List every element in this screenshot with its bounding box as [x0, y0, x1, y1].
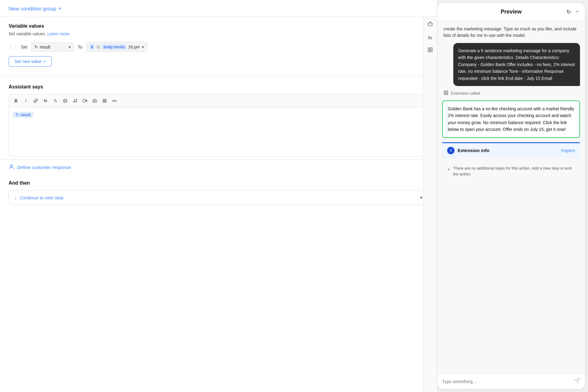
svg-marker-4 [85, 100, 87, 102]
variable-values-title: Variable values [9, 23, 428, 29]
new-condition-group-button[interactable]: New condition group + [9, 6, 428, 12]
preview-title: Preview [501, 9, 522, 15]
bold-button[interactable]: B [12, 97, 20, 105]
variable-chevron-icon: ▾ [69, 45, 71, 49]
value-badge: body.results [102, 44, 127, 50]
extension-called-label: Extension called [451, 91, 480, 96]
continue-chevron-icon: ▾ [420, 195, 423, 200]
extension-called-icon [443, 90, 448, 96]
italic-button[interactable]: I [22, 97, 30, 105]
preview-body: create the marketing message. Type as mu… [437, 21, 585, 374]
variable-name: result [40, 45, 50, 49]
svg-point-1 [64, 100, 65, 100]
value-badge-num: 2 [89, 44, 95, 50]
svg-rect-10 [103, 101, 104, 102]
user-message-bubble: Generate a 5 sentence marketing message … [453, 43, 580, 86]
variable-values-subtitle: Set variable values. Learn more. [9, 31, 428, 36]
svg-rect-8 [105, 99, 106, 100]
define-response-label: Define customer response [17, 165, 71, 170]
preview-header: Preview ↻ − [437, 3, 585, 21]
music-button[interactable] [71, 97, 79, 105]
preview-input-row [437, 374, 585, 389]
set-new-value-button[interactable]: Set new value + [9, 56, 52, 67]
intro-text: create the marketing message. Type as mu… [442, 26, 580, 39]
grid-icon: ⊡ [97, 45, 100, 49]
person-icon [9, 164, 14, 171]
layout-button[interactable] [101, 97, 109, 105]
grid-side-icon[interactable] [427, 47, 433, 54]
value-select-dropdown[interactable]: 2 ⊡ body.results [0].ger ▾ [86, 42, 147, 52]
variable-button[interactable]: Tₜ [51, 97, 59, 105]
arrow-down-icon: ↓ [14, 195, 17, 200]
and-then-section: And then ↓ Continue to next step ▾ [0, 175, 437, 208]
chip-tt-icon: Tₜ [16, 112, 19, 117]
continue-label: Continue to next step [20, 195, 64, 200]
editor-body[interactable]: Tₜ result ⊿ [9, 107, 428, 156]
preview-actions: ↻ − [566, 9, 579, 15]
set-new-value-label: Set new value [14, 59, 42, 64]
editor-toolbar: B I fx Tₜ [9, 94, 428, 107]
link-button[interactable] [32, 97, 40, 105]
extension-called-row: Extension called [442, 90, 580, 96]
svg-rect-19 [444, 93, 446, 95]
svg-point-3 [76, 101, 77, 102]
video-button[interactable] [81, 97, 89, 105]
inspect-link[interactable]: Inspect [561, 148, 575, 153]
continue-left: ↓ Continue to next step [14, 195, 63, 200]
diamond-icon: ⬧ [447, 166, 450, 173]
define-response-left: Define customer response [9, 164, 71, 171]
svg-rect-18 [446, 93, 448, 95]
svg-rect-12 [428, 48, 430, 49]
svg-rect-5 [83, 100, 86, 102]
info-circle-icon: i [447, 147, 455, 154]
variable-values-section: Variable values Set variable values. Lea… [0, 17, 437, 70]
main-content: Variable values Set variable values. Lea… [0, 17, 437, 392]
side-icons-panel: fx [423, 17, 437, 392]
svg-rect-15 [428, 50, 430, 52]
svg-rect-14 [431, 50, 432, 52]
new-condition-plus-icon: + [58, 6, 62, 12]
svg-rect-13 [431, 48, 432, 49]
preview-panel: Preview ↻ − create the marketing message… [437, 3, 585, 389]
camera-button[interactable] [91, 97, 99, 105]
left-panel: New condition group + Variable values Se… [0, 0, 437, 392]
svg-point-6 [94, 100, 96, 102]
tt-icon: Tₜ [34, 45, 38, 49]
define-customer-response-row[interactable]: Define customer response ▾ [0, 159, 437, 175]
extension-info-left: i Extension info [447, 147, 489, 154]
to-label: To [78, 45, 82, 49]
code-button[interactable]: </> [110, 97, 118, 105]
value-suffix: [0].ger [129, 45, 140, 49]
svg-rect-7 [103, 99, 104, 100]
chip-label: result [21, 112, 30, 117]
fx-button[interactable]: fx [42, 97, 50, 105]
set-variable-text: Set variable values. [9, 31, 46, 36]
variable-select-dropdown[interactable]: Tₜ result ▾ [31, 42, 74, 52]
preview-input[interactable] [442, 379, 571, 384]
svg-point-2 [74, 101, 75, 103]
set-row: ⋮⋮ Set Tₜ result ▾ To 2 ⊡ body.results [… [9, 42, 428, 52]
image-button[interactable] [61, 97, 69, 105]
and-then-title: And then [9, 180, 428, 186]
svg-rect-17 [446, 91, 448, 92]
send-button[interactable] [574, 378, 580, 385]
set-new-value-plus-icon: + [43, 59, 46, 64]
bug-icon[interactable] [427, 22, 433, 29]
refresh-button[interactable]: ↻ [566, 9, 571, 15]
extension-info-bar: i Extension info Inspect [442, 142, 580, 158]
no-steps-text: There are no additional steps for this a… [453, 165, 575, 177]
continue-to-next-step-button[interactable]: ↓ Continue to next step ▾ [9, 190, 428, 205]
assistant-says-title: Assistant says [9, 84, 428, 90]
drag-handle-icon[interactable]: ⋮⋮ [9, 45, 17, 49]
minimize-button[interactable]: − [575, 9, 579, 15]
value-chevron-icon: ▾ [142, 45, 144, 49]
learn-more-link[interactable]: Learn more. [47, 31, 70, 36]
set-label: Set [21, 45, 27, 49]
top-bar: New condition group + [0, 0, 437, 17]
result-variable-chip: Tₜ result [13, 112, 33, 118]
new-condition-group-label: New condition group [9, 6, 56, 12]
fx-side-icon[interactable]: fx [428, 35, 432, 40]
divider-1 [0, 75, 437, 76]
svg-rect-9 [105, 101, 106, 102]
svg-point-11 [10, 165, 12, 167]
